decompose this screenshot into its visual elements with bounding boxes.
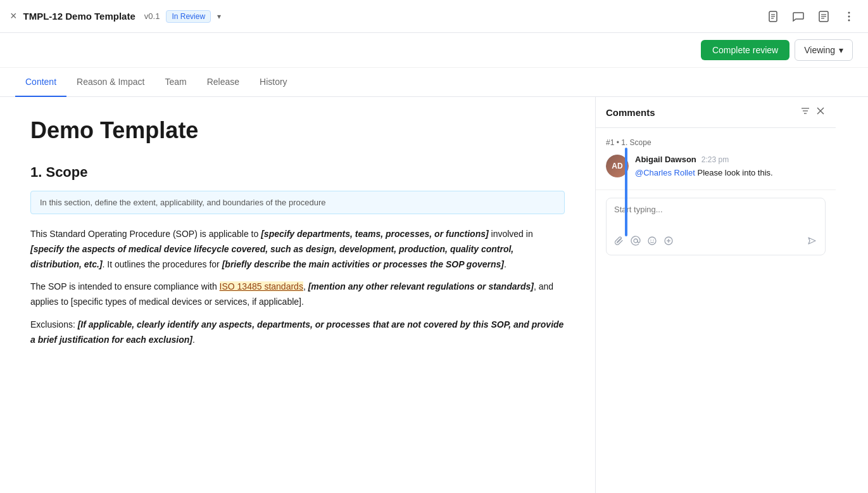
tab-team[interactable]: Team <box>154 68 196 97</box>
reply-input[interactable] <box>614 205 817 230</box>
more-icon <box>843 10 855 23</box>
comment-mention: @Charles Rollet <box>635 168 695 177</box>
emoji-icon-button[interactable] <box>647 236 657 248</box>
para1-pre: This Standard Operating Procedure (SOP) … <box>30 229 261 239</box>
tab-content[interactable]: Content <box>15 68 66 97</box>
svg-point-16 <box>634 239 638 243</box>
tab-history[interactable]: History <box>249 68 298 97</box>
comments-header: Comments <box>596 97 836 128</box>
tab-release[interactable]: Release <box>197 68 249 97</box>
topbar: × TMPL-12 Demo Template v0.1 In Review ▾ <box>0 0 868 33</box>
para2-pre: The SOP is intended to ensure compliance… <box>30 281 220 291</box>
para2-bold: [mention any other relevant regulations … <box>308 281 534 291</box>
action-icon <box>664 236 674 246</box>
comment-ref: #1 • 1. Scope <box>606 138 826 147</box>
comment-time: 2:23 pm <box>701 155 729 164</box>
topbar-left: × TMPL-12 Demo Template v0.1 In Review ▾ <box>10 10 221 23</box>
para3-pre: Exclusions: <box>30 319 78 330</box>
chat-icon-button[interactable] <box>789 8 807 25</box>
comment-author: Abigail Dawson <box>635 155 696 164</box>
main-layout: Demo Template 1. Scope In this section, … <box>0 97 868 493</box>
para1-end: . <box>504 259 506 269</box>
comments-title: Comments <box>606 107 655 118</box>
viewing-arrow-icon: ▾ <box>839 45 843 55</box>
svg-point-9 <box>848 15 850 17</box>
status-badge: In Review <box>166 10 211 23</box>
notes-icon-button[interactable] <box>815 8 833 25</box>
doc-id: TMPL-12 <box>23 11 63 22</box>
paragraph2: The SOP is intended to ensure compliance… <box>30 279 565 310</box>
svg-point-10 <box>848 19 850 21</box>
reply-box <box>606 198 826 255</box>
svg-point-17 <box>648 237 656 245</box>
comment-message: Please look into this. <box>695 168 773 177</box>
svg-point-19 <box>653 240 654 241</box>
doc-title: TMPL-12 Demo Template <box>23 11 135 22</box>
close-icon <box>815 106 826 116</box>
emoji-icon <box>647 236 657 246</box>
comment-content: Abigail Dawson 2:23 pm @Charles Rollet P… <box>635 155 826 179</box>
viewing-label: Viewing <box>804 45 835 55</box>
more-options-button[interactable] <box>840 8 858 25</box>
para1-bold1: [specify departments, teams, processes, … <box>261 229 488 239</box>
reply-toolbar <box>614 236 817 248</box>
paragraph1: This Standard Operating Procedure (SOP) … <box>30 227 565 272</box>
para1-post: . It outlines the procedures for <box>103 259 222 269</box>
section-placeholder: In this section, define the extent, appl… <box>30 191 565 214</box>
comments-header-icons <box>800 106 826 118</box>
filter-icon-button[interactable] <box>800 106 810 118</box>
section1-title: 1. Scope <box>30 164 565 181</box>
close-comments-button[interactable] <box>815 106 826 118</box>
comment-body: AD Abigail Dawson 2:23 pm @Charles Rolle… <box>606 155 826 179</box>
content-area: Demo Template 1. Scope In this section, … <box>0 97 595 493</box>
para1-mid: involved in <box>489 229 533 239</box>
comment-thread-1: #1 • 1. Scope AD Abigail Dawson 2:23 pm … <box>596 128 836 190</box>
svg-point-8 <box>848 11 850 13</box>
para2-mid: , <box>303 281 308 291</box>
comment-accent-bar <box>625 148 627 236</box>
action-bar: Complete review Viewing ▾ <box>0 33 868 68</box>
attach-icon <box>614 236 624 246</box>
para3-end: . <box>192 335 195 345</box>
complete-review-button[interactable]: Complete review <box>701 40 789 60</box>
document-icon-button[interactable] <box>764 8 782 25</box>
comment-text: @Charles Rollet Please look into this. <box>635 167 826 179</box>
mention-icon-button[interactable] <box>631 236 641 248</box>
send-button[interactable] <box>807 236 817 248</box>
para1-bold3: [briefly describe the main activities or… <box>222 259 504 269</box>
attach-icon-button[interactable] <box>614 236 624 248</box>
doc-version: v0.1 <box>144 11 160 21</box>
chat-icon <box>792 10 805 23</box>
reply-toolbar-left <box>614 236 674 248</box>
tab-reason-impact[interactable]: Reason & Impact <box>66 68 154 97</box>
viewing-dropdown-button[interactable]: Viewing ▾ <box>795 39 853 61</box>
comment-author-row: Abigail Dawson 2:23 pm <box>635 155 826 164</box>
send-icon <box>807 236 817 246</box>
mention-icon <box>631 236 641 246</box>
para3-bold: [If applicable, clearly identify any asp… <box>30 319 563 345</box>
topbar-right <box>764 8 858 25</box>
tabs-bar: Content Reason & Impact Team Release His… <box>0 68 868 97</box>
filter-icon <box>800 106 810 116</box>
comments-panel: Comments #1 • 1. Sc <box>595 97 836 493</box>
doc-name: Demo Template <box>65 11 135 22</box>
document-title: Demo Template <box>30 117 565 144</box>
notes-icon <box>817 10 830 23</box>
status-dropdown[interactable]: ▾ <box>217 12 221 21</box>
close-button[interactable]: × <box>10 10 17 23</box>
action-icon-button[interactable] <box>664 236 674 248</box>
svg-point-18 <box>650 240 651 241</box>
document-icon <box>767 10 779 23</box>
para2-highlighted: ISO 13485 standards <box>220 281 303 291</box>
paragraph3: Exclusions: [If applicable, clearly iden… <box>30 317 565 348</box>
